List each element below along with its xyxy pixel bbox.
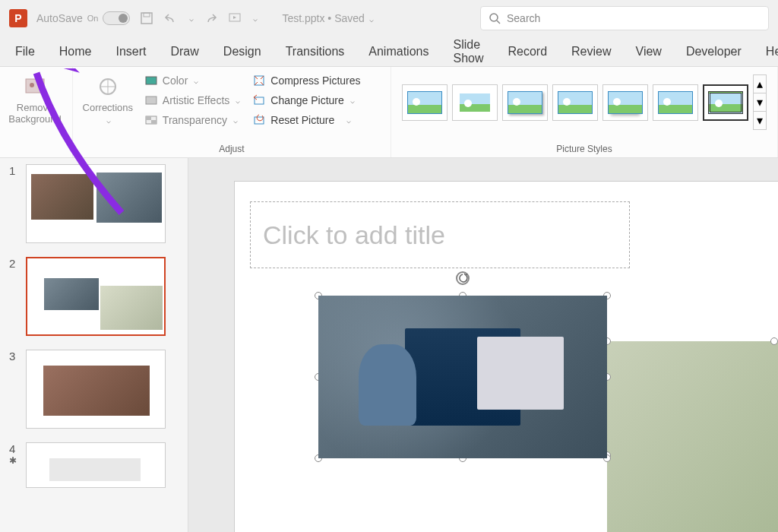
change-picture-icon	[252, 93, 266, 107]
document-title[interactable]: Test.pptx • Saved ⌵	[282, 12, 373, 24]
gallery-down-icon[interactable]: ▾	[754, 93, 766, 112]
compress-icon	[252, 74, 266, 87]
transparency-icon	[144, 113, 158, 127]
slide-canvas[interactable]: Click to add title	[234, 181, 778, 532]
ribbon: Remove Background Corrections⌵ Color⌵ Ar…	[0, 67, 778, 158]
slide-thumb-4[interactable]: 4 ✱	[9, 442, 179, 488]
svg-rect-11	[146, 116, 151, 120]
app-icon: P	[9, 9, 27, 27]
compress-pictures-button[interactable]: Compress Pictures	[249, 71, 363, 90]
reset-picture-button[interactable]: Reset Picture⌵	[249, 111, 363, 129]
slide-canvas-area[interactable]: Click to add title	[188, 158, 778, 532]
slide-thumb-2[interactable]: 2	[9, 257, 179, 336]
title-placeholder[interactable]: Click to add title	[250, 201, 630, 268]
tab-animations[interactable]: Animations	[367, 40, 430, 63]
style-thumb-3[interactable]	[502, 84, 548, 121]
tab-help[interactable]: Help	[764, 40, 778, 63]
corrections-icon	[96, 74, 120, 99]
color-icon	[144, 74, 158, 87]
style-thumb-1[interactable]	[402, 84, 448, 121]
titlebar: P AutoSave On ⌵ ⌵ Test.pptx • Saved ⌵ Se…	[0, 0, 778, 36]
slide-thumbnails-panel[interactable]: 1 2 3 4 ✱	[0, 158, 188, 532]
transparency-button[interactable]: Transparency⌵	[141, 111, 243, 129]
secondary-image[interactable]	[607, 341, 778, 532]
reset-icon	[252, 113, 266, 127]
svg-rect-5	[26, 79, 44, 93]
picture-styles-gallery[interactable]: ▴ ▾ ▾	[399, 71, 770, 133]
tab-design[interactable]: Design	[222, 40, 263, 63]
svg-point-6	[30, 83, 34, 87]
artistic-icon	[144, 93, 158, 107]
autosave-toggle[interactable]: AutoSave On	[36, 11, 130, 25]
style-thumb-2[interactable]	[452, 84, 498, 121]
tab-file[interactable]: File	[14, 40, 36, 63]
animation-star-icon: ✱	[9, 455, 18, 466]
tab-transitions[interactable]: Transitions	[284, 40, 346, 63]
style-thumb-5[interactable]	[602, 84, 648, 121]
start-slideshow-icon[interactable]	[227, 11, 242, 26]
ribbon-tabs: File Home Insert Draw Design Transitions…	[0, 36, 778, 67]
svg-rect-12	[151, 120, 157, 124]
remove-bg-icon	[23, 74, 47, 99]
svg-line-4	[497, 21, 500, 24]
artistic-effects-button[interactable]: Artistic Effects⌵	[141, 91, 243, 109]
svg-rect-0	[141, 13, 152, 24]
autosave-state: On	[87, 14, 99, 23]
tab-insert[interactable]: Insert	[114, 40, 147, 63]
adjust-group-label: Adjust	[81, 142, 383, 154]
corrections-button[interactable]: Corrections⌵	[81, 71, 135, 128]
save-icon[interactable]	[139, 11, 154, 26]
tab-home[interactable]: Home	[58, 40, 93, 63]
slide-thumb-3[interactable]: 3	[9, 350, 179, 429]
slide-thumb-1[interactable]: 1	[9, 164, 179, 243]
remove-background-button[interactable]: Remove Background	[8, 71, 62, 128]
change-picture-button[interactable]: Change Picture⌵	[249, 91, 363, 109]
tab-draw[interactable]: Draw	[169, 40, 200, 63]
autosave-label: AutoSave	[36, 12, 83, 24]
undo-dropdown[interactable]: ⌵	[189, 14, 194, 23]
search-icon	[489, 12, 501, 24]
tab-record[interactable]: Record	[506, 40, 549, 63]
svg-rect-9	[146, 97, 157, 104]
search-placeholder: Search	[507, 12, 540, 24]
selected-image[interactable]	[318, 296, 607, 458]
gallery-up-icon[interactable]: ▴	[754, 75, 766, 93]
style-thumb-6[interactable]	[653, 84, 698, 121]
undo-icon[interactable]	[163, 11, 179, 26]
styles-group-label: Picture Styles	[399, 142, 770, 154]
tab-review[interactable]: Review	[570, 40, 612, 63]
tab-developer[interactable]: Developer	[685, 40, 743, 63]
qat-more[interactable]: ⌵	[253, 14, 258, 23]
rotate-handle-icon[interactable]	[456, 271, 470, 285]
gallery-more-icon[interactable]: ▾	[754, 112, 766, 129]
tab-view[interactable]: View	[634, 40, 663, 63]
toggle-switch[interactable]	[103, 11, 130, 25]
workspace: 1 2 3 4 ✱	[0, 158, 778, 532]
style-thumb-7[interactable]	[703, 84, 748, 121]
style-thumb-4[interactable]	[552, 84, 598, 121]
svg-rect-14	[255, 97, 264, 104]
color-button[interactable]: Color⌵	[141, 71, 243, 90]
svg-point-3	[490, 14, 498, 21]
tab-slideshow[interactable]: Slide Show	[451, 33, 485, 70]
search-input[interactable]: Search	[480, 6, 769, 30]
redo-icon[interactable]	[203, 11, 218, 26]
svg-rect-8	[146, 77, 157, 84]
